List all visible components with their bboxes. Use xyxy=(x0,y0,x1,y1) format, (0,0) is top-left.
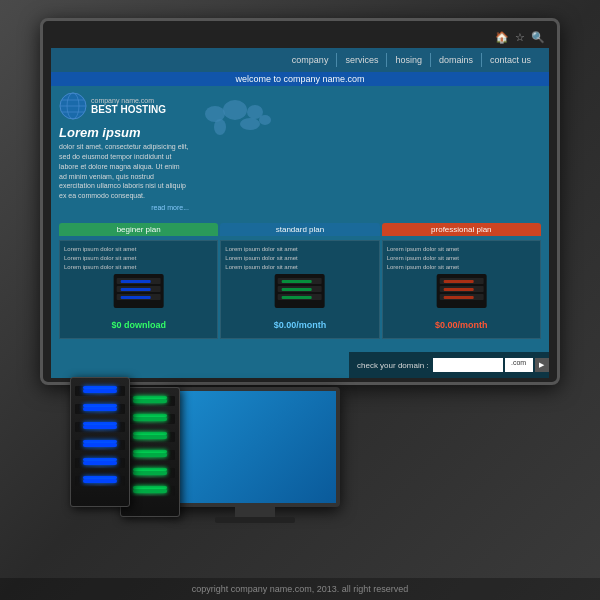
monitor-screen: company services hosing domains contact … xyxy=(51,48,549,378)
svg-rect-28 xyxy=(443,280,473,283)
zoom-icon: 🔍 xyxy=(531,31,545,44)
world-map-icon xyxy=(195,92,275,142)
svg-point-11 xyxy=(259,115,271,125)
plans-header: beginer plan standard plan professional … xyxy=(59,223,541,236)
nav-domains[interactable]: domains xyxy=(430,53,481,67)
plans-section: beginer plan standard plan professional … xyxy=(51,219,549,344)
plan-header-beginner: beginer plan xyxy=(59,223,218,236)
svg-rect-32 xyxy=(443,296,473,299)
plan-card-beginner: Lorem ipsum dolor sit amet Lorem ipsum d… xyxy=(59,240,218,340)
hero-content: Lorem ipsum dolor sit amet, consectetur … xyxy=(59,124,189,213)
tv-base xyxy=(215,517,295,523)
globe-icon xyxy=(59,92,87,120)
plans-grid: Lorem ipsum dolor sit amet Lorem ipsum d… xyxy=(59,240,541,340)
site-main: company name.com BEST HOSTING Lorem ipsu… xyxy=(51,86,549,219)
monitor-toolbar: 🏠 ☆ 🔍 xyxy=(51,29,549,48)
hero-body: dolor sit amet, consectetur adipisicing … xyxy=(59,142,189,201)
tv-stand xyxy=(235,507,275,517)
plan-price-standard: $0.00/month xyxy=(225,317,374,335)
plan-header-standard: standard plan xyxy=(220,223,379,236)
logo-text: company name.com BEST HOSTING xyxy=(91,97,166,115)
svg-rect-25 xyxy=(282,296,312,299)
tv-unit xyxy=(170,387,340,537)
foreground-scene xyxy=(40,367,560,537)
nav-hosing[interactable]: hosing xyxy=(386,53,430,67)
svg-rect-21 xyxy=(282,280,312,283)
hero-title: Lorem ipsum xyxy=(59,124,189,142)
svg-rect-16 xyxy=(121,288,151,291)
plan-price-professional: $0.00/month xyxy=(387,317,536,335)
plan-card-professional: Lorem ipsum dolor sit amet Lorem ipsum d… xyxy=(382,240,541,340)
nav-contact[interactable]: contact us xyxy=(481,53,539,67)
welcome-bar: welcome to company name.com xyxy=(51,72,549,86)
star-icon: ☆ xyxy=(515,31,525,44)
monitor: 🏠 ☆ 🔍 company services hosing domains co… xyxy=(40,18,560,385)
nav-company[interactable]: company xyxy=(284,53,337,67)
read-more-link[interactable]: read more... xyxy=(59,203,189,213)
svg-rect-18 xyxy=(121,296,151,299)
page-footer: copyright company name.com, 2013. all ri… xyxy=(0,578,600,600)
svg-rect-14 xyxy=(121,280,151,283)
plan-card-standard: Lorem ipsum dolor sit amet Lorem ipsum d… xyxy=(220,240,379,340)
monitor-wrapper: 🏠 ☆ 🔍 company services hosing domains co… xyxy=(40,18,560,385)
svg-point-10 xyxy=(240,118,260,130)
svg-point-9 xyxy=(214,119,226,135)
nav-services[interactable]: services xyxy=(336,53,386,67)
footer-text: copyright company name.com, 2013. all ri… xyxy=(192,584,409,594)
site-logo: company name.com BEST HOSTING xyxy=(59,92,189,120)
site-nav: company services hosing domains contact … xyxy=(51,48,549,72)
plan-price-beginner: $0 download xyxy=(64,317,213,335)
svg-rect-23 xyxy=(282,288,312,291)
server-unit-1 xyxy=(70,377,130,507)
plan-header-professional: professional plan xyxy=(382,223,541,236)
svg-point-7 xyxy=(223,100,247,120)
tv-screen-inner xyxy=(174,391,336,503)
svg-rect-30 xyxy=(443,288,473,291)
tv-screen-outer xyxy=(170,387,340,507)
site-right xyxy=(195,92,275,213)
home-icon: 🏠 xyxy=(495,31,509,44)
site-left: company name.com BEST HOSTING Lorem ipsu… xyxy=(59,92,189,213)
